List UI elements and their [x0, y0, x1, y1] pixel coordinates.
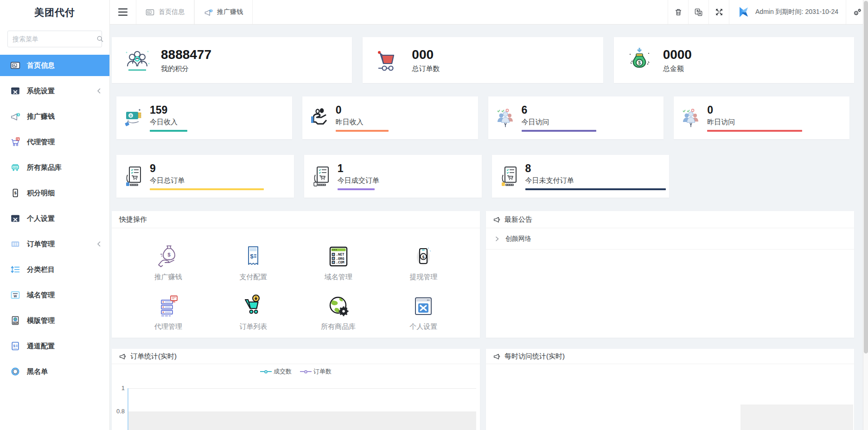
stat-label: 今日收入	[150, 118, 187, 127]
svg-text:$: $	[422, 255, 425, 259]
user-expiry-text: Admin 到期时间: 2031-10-24	[755, 8, 838, 16]
svg-text:w: w	[13, 294, 17, 298]
stat-underline	[707, 130, 802, 132]
gridline	[128, 388, 476, 389]
stat-label: 总金额	[663, 64, 692, 73]
domain-list-icon: .NET.ORG.COM	[326, 244, 351, 269]
clear-cache-button[interactable]	[668, 0, 688, 24]
quick-action-all-products[interactable]: 所有商品库	[296, 294, 381, 331]
megaphone-coin-icon: $	[204, 8, 213, 17]
sidebar-item-dishes[interactable]: 所有菜品库	[0, 157, 109, 178]
legend-deals[interactable]: 成交数	[260, 367, 292, 376]
html-doc-icon: HTML	[10, 315, 20, 326]
stat-value: 8	[525, 162, 666, 175]
order-receipt-icon	[124, 166, 145, 187]
stat-underline	[150, 188, 264, 190]
stat-value: 0	[707, 104, 802, 116]
sidebar-item-system-settings[interactable]: 系统设置	[0, 80, 109, 102]
user-menu[interactable]: Admin 到期时间: 2031-10-24	[729, 0, 846, 24]
quick-actions-grid: $ 推广赚钱 $ 支付配置 .NET.ORG.COM 域名管理	[112, 228, 480, 331]
stat-underline	[525, 188, 666, 190]
stat-value: 6	[522, 104, 596, 116]
server-monitor-icon	[156, 294, 181, 319]
quick-action-agents[interactable]: 代理管理	[126, 294, 211, 331]
sidebar-item-personal-settings[interactable]: 个人设置	[0, 208, 109, 229]
translate-button[interactable]	[688, 0, 708, 24]
menu-search[interactable]	[7, 31, 102, 47]
sidebar-item-agents[interactable]: 代理管理	[0, 131, 109, 153]
tab-promote[interactable]: $ 推广赚钱	[194, 0, 253, 24]
legend-orders[interactable]: 订单数	[300, 367, 332, 376]
y-tick: 0.8	[113, 408, 125, 415]
stat-label: 昨日收入	[336, 118, 389, 127]
sidebar-item-channels[interactable]: $ 通道配置	[0, 335, 109, 357]
quick-action-personal-settings[interactable]: 个人设置	[381, 294, 466, 331]
hourly-visits-chart-panel: 每时访问统计(实时)	[486, 349, 854, 430]
sidebar-item-domains[interactable]: w 域名管理	[0, 284, 109, 306]
sidebar-item-order-management[interactable]: 订单管理	[0, 233, 109, 255]
sidebar-item-home[interactable]: 首页信息	[0, 55, 109, 76]
quick-action-promote[interactable]: $ 推广赚钱	[126, 244, 211, 282]
chevron-left-icon	[96, 88, 102, 94]
window-tools-icon	[10, 213, 20, 224]
order-receipt-icon	[312, 166, 333, 187]
phone-dollar-icon: $	[411, 244, 436, 269]
sidebar-item-blacklist[interactable]: 黑名单	[0, 361, 109, 382]
quick-action-withdrawals[interactable]: $ 提现管理	[381, 244, 466, 282]
translate-icon	[694, 8, 703, 17]
stat-value: 0000	[663, 47, 692, 62]
panel-title: 每时访问统计(实时)	[504, 352, 565, 361]
stat-label: 今日未支付订单	[525, 176, 666, 185]
order-box-icon	[10, 239, 20, 249]
topbar: 首页信息 $ 推广赚钱 Admin 到期时间: 2031-10-2	[110, 0, 868, 25]
stat-card-yesterday-visits: 0 昨日访问	[674, 96, 849, 139]
stat-value: 159	[150, 104, 187, 116]
globe-gear-icon	[326, 294, 351, 319]
order-receipt-icon	[499, 166, 521, 187]
svg-text:$: $	[250, 253, 254, 260]
sidebar-item-points[interactable]: $ 积分明细	[0, 182, 109, 204]
hourly-visits-header: 每时访问统计(实时)	[486, 349, 854, 364]
stat-label: 今日访问	[522, 118, 596, 127]
sidebar-item-promote[interactable]: $ 推广赚钱	[0, 106, 109, 127]
cart-monitor-icon	[10, 137, 20, 147]
svg-text:HTML: HTML	[13, 322, 18, 324]
hamburger-icon	[118, 8, 128, 16]
chevron-left-icon	[96, 241, 102, 247]
trash-icon	[674, 8, 683, 16]
announcements-header: 最新公告	[486, 211, 854, 228]
tab-home[interactable]: 首页信息	[136, 0, 194, 24]
y-axis-line	[128, 388, 128, 430]
hamburger-button[interactable]	[110, 0, 136, 24]
search-input[interactable]	[13, 35, 96, 43]
quick-action-domains[interactable]: .NET.ORG.COM 域名管理	[296, 244, 381, 282]
scrollbar-thumb[interactable]	[864, 1, 868, 353]
chevron-right-icon	[494, 236, 500, 242]
gears-icon	[853, 7, 862, 17]
stat-label: 总订单数	[412, 64, 440, 73]
quick-actions-panel: 快捷操作 $ 推广赚钱 $ 支付配置 .NET.ORG	[112, 211, 480, 338]
window-tools-icon	[411, 294, 436, 319]
stat-card-yesterday-income: 0 昨日收入	[302, 96, 478, 139]
quick-actions-header: 快捷操作	[112, 211, 480, 228]
chart-split-band	[740, 404, 853, 430]
stat-card-today-visits: 6 今日访问	[488, 96, 664, 139]
quick-action-order-list[interactable]: 订单列表	[211, 294, 296, 331]
sidebar-item-templates[interactable]: HTML 模版管理	[0, 310, 109, 331]
phone-dollar-icon: $	[10, 188, 20, 198]
money-bag-hand-icon: $	[156, 244, 181, 269]
announcement-item[interactable]: 创颜网络	[486, 228, 854, 250]
quick-action-payment-config[interactable]: $ 支付配置	[211, 244, 296, 282]
chart-legend: 成交数 订单数	[112, 367, 480, 376]
sidebar-item-categories[interactable]: 分类栏目	[0, 259, 109, 280]
stat-card-today-income: 0 159 今日收入	[116, 96, 292, 139]
fullscreen-button[interactable]	[708, 0, 729, 24]
main-content: 8888477 我的积分 000 总订单数 $ 0000 总金额	[0, 0, 868, 430]
window-tools-icon	[10, 86, 20, 96]
stat-card-my-points: 8888477 我的积分	[112, 37, 352, 83]
svg-text:$: $	[211, 9, 212, 12]
red-cart-icon	[373, 45, 403, 76]
people-group-icon	[122, 45, 153, 76]
hand-coins-icon	[310, 107, 331, 128]
vertical-scrollbar[interactable]	[863, 0, 868, 430]
